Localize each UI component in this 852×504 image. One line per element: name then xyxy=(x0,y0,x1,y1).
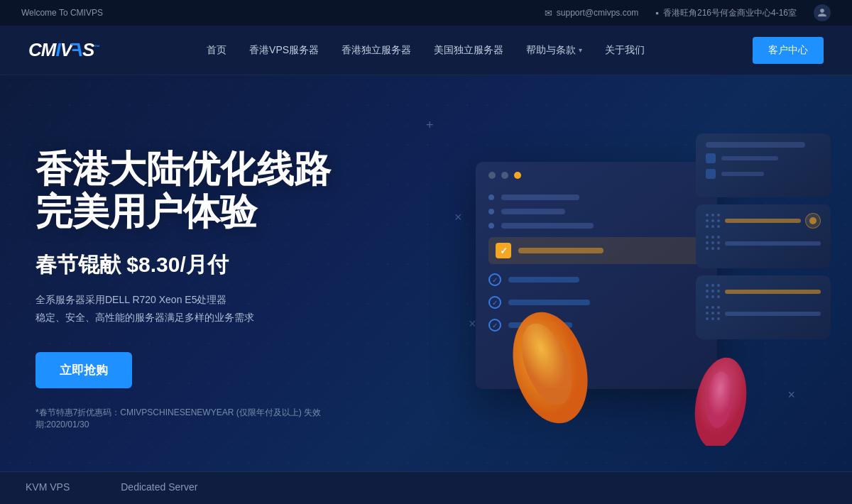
dots-grid-2 xyxy=(706,236,721,251)
list-row-2 xyxy=(488,204,704,219)
nav-us-dedicated[interactable]: 美国独立服务器 xyxy=(434,44,503,57)
nav-home[interactable]: 首页 xyxy=(207,44,226,57)
highlighted-row: ✓ xyxy=(488,237,704,264)
orange-leaf-decoration xyxy=(504,297,596,424)
topbar: Welcome To CMIVPS ✉ support@cmivps.com ▪… xyxy=(0,0,852,26)
hero-content: 香港大陆优化线路 完美用户体验 春节锟献 $8.30/月付 全系服务器采用DEL… xyxy=(0,148,398,431)
window-dot-3 xyxy=(514,172,521,179)
mid-bar-blue xyxy=(725,241,821,246)
nav-about[interactable]: 关于我们 xyxy=(605,44,645,57)
checked-bar xyxy=(518,248,604,253)
client-center-button[interactable]: 客户中心 xyxy=(753,37,824,64)
dots-grid-3 xyxy=(706,284,721,299)
nav-hk-dedicated[interactable]: 香港独立服务器 xyxy=(342,44,411,57)
nav-help[interactable]: 帮助与条款 ▾ xyxy=(526,44,582,57)
hero-price: 春节锟献 $8.30/月付 xyxy=(36,251,362,280)
hero-desc-line2: 稳定、安全、高性能的服务器满足多样的业务需求 xyxy=(36,312,254,323)
tab-kvm-vps[interactable]: KVM VPS xyxy=(0,472,95,504)
list-dot-2 xyxy=(488,209,494,214)
mid-circle xyxy=(805,213,821,229)
side-top-row-2 xyxy=(706,169,821,179)
side-top-bar-2 xyxy=(721,156,778,160)
deco-cross-1: + xyxy=(426,118,434,133)
tab-dedicated-server[interactable]: Dedicated Server xyxy=(95,472,223,504)
bot-bar-orange xyxy=(725,290,821,294)
pink-leaf-decoration xyxy=(689,346,753,446)
hero-title: 香港大陆优化线路 完美用户体验 xyxy=(36,148,362,234)
list-dot-3 xyxy=(488,223,494,229)
card-header xyxy=(476,162,717,186)
hero-section: + × × × × 香港大陆优化线路 完美用户体验 春节锟献 $8.30/月付 … xyxy=(0,75,852,504)
side-mid-row-1 xyxy=(706,213,821,229)
side-top-bar-3 xyxy=(721,172,764,176)
nav-hk-vps[interactable]: 香港VPS服务器 xyxy=(249,44,319,57)
user-account-icon[interactable] xyxy=(814,4,831,21)
nav-links: 首页 香港VPS服务器 香港独立服务器 美国独立服务器 帮助与条款 ▾ 关于我们 xyxy=(207,44,645,57)
side-mid-row-2 xyxy=(706,236,821,251)
email-icon: ✉ xyxy=(545,8,552,18)
check-row-1 xyxy=(488,268,704,291)
hero-title-line2: 完美用户体验 xyxy=(36,191,257,232)
check-bar-1 xyxy=(508,277,579,283)
window-dot-1 xyxy=(488,172,496,179)
hero-title-line1: 香港大陆优化线路 xyxy=(36,148,331,190)
list-bar-1 xyxy=(501,195,579,200)
check-circle-1 xyxy=(488,273,501,286)
side-top-row xyxy=(706,153,821,163)
list-bar-3 xyxy=(501,223,594,229)
dots-grid-1 xyxy=(706,214,721,229)
topbar-right: ✉ support@cmivps.com ▪ 香港旺角216号何金商业中心4-1… xyxy=(545,4,831,21)
address-icon: ▪ xyxy=(655,8,659,18)
logo[interactable]: CMIVFS™ xyxy=(28,39,99,61)
side-bot-row-1 xyxy=(706,284,821,299)
nav-help-label: 帮助与条款 xyxy=(526,44,576,57)
hero-desc: 全系服务器采用DELL R720 Xeon E5处理器 稳定、安全、高性能的服务… xyxy=(36,291,362,327)
address-text: 香港旺角216号何金商业中心4-16室 xyxy=(663,7,797,19)
list-dot-1 xyxy=(488,195,494,200)
topbar-address: ▪ 香港旺角216号何金商业中心4-16室 xyxy=(655,7,797,19)
hero-desc-line1: 全系服务器采用DELL R720 Xeon E5处理器 xyxy=(36,294,226,305)
email-text: support@cmivps.com xyxy=(557,8,639,18)
bot-bar-blue xyxy=(725,312,821,316)
check-circle-3 xyxy=(488,319,501,332)
dots-grid-4 xyxy=(706,306,721,321)
buy-now-button[interactable]: 立即抢购 xyxy=(36,352,132,388)
hero-illustration: ✓ xyxy=(433,119,831,460)
side-dot-1 xyxy=(706,153,716,163)
mid-bar-orange xyxy=(725,219,801,223)
side-card-mid xyxy=(696,204,831,268)
side-dot-2 xyxy=(706,169,716,179)
side-bot-row-2 xyxy=(706,306,821,321)
side-top-bar-1 xyxy=(706,142,805,148)
chevron-down-icon: ▾ xyxy=(579,46,582,54)
bottom-tabs: KVM VPS Dedicated Server xyxy=(0,471,852,504)
navbar: CMIVFS™ 首页 香港VPS服务器 香港独立服务器 美国独立服务器 帮助与条… xyxy=(0,26,852,75)
promo-text: *春节特惠7折优惠码：CMIVPSCHINESENEWYEAR (仅限年付及以上… xyxy=(36,407,362,431)
topbar-welcome: Welcome To CMIVPS xyxy=(21,8,103,18)
check-circle-2 xyxy=(488,296,501,309)
side-card-bot xyxy=(696,275,831,339)
topbar-email: ✉ support@cmivps.com xyxy=(545,8,639,18)
list-bar-2 xyxy=(501,209,565,214)
list-row-1 xyxy=(488,190,704,204)
window-dot-2 xyxy=(501,172,508,179)
checkbox-checked: ✓ xyxy=(496,243,511,258)
list-row-3 xyxy=(488,219,704,233)
side-card-top xyxy=(696,133,831,197)
